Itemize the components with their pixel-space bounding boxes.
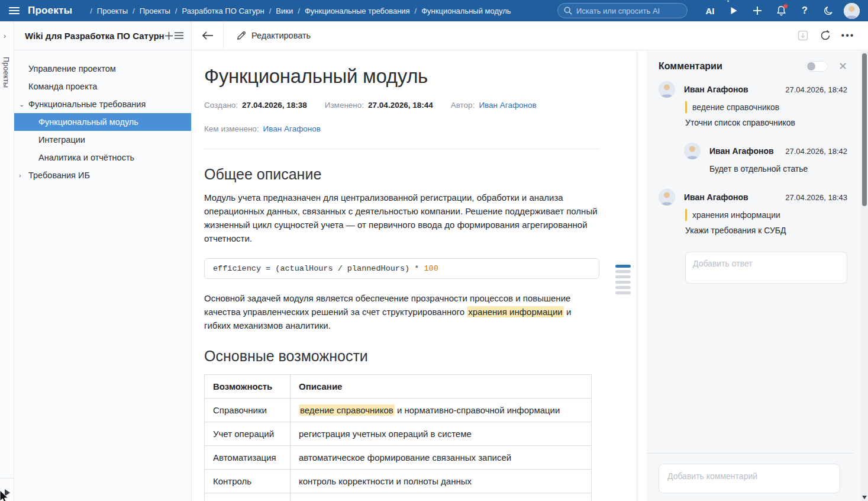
comment-avatar [684,143,701,159]
breadcrumb-item-current[interactable]: Функциональный модуль [410,7,511,15]
comment-date: 27.04.2026, 18:42 [785,147,847,156]
tree-item[interactable]: ⌄Функциональные требования [14,95,191,113]
ai-assistant-icon[interactable]: AI ✦✦ [698,0,722,21]
paragraph: Основной задачей модуля является обеспеч… [204,291,599,332]
table-cell: Контроль [205,470,291,493]
outline-bar[interactable] [615,270,631,273]
table-cell: Учет операций [205,422,291,446]
left-rail: › Проекты [0,21,14,501]
modified-by-link[interactable]: Иван Агафонов [263,124,321,133]
hamburger-menu-icon[interactable] [9,7,20,14]
comment-quote: хранения информации [685,209,847,221]
table-row: Аналитика построение аналитических отчет… [205,493,592,501]
search-icon [564,7,572,15]
bell-icon[interactable] [769,0,793,21]
refresh-icon[interactable] [818,28,832,43]
close-icon[interactable]: ✕ [838,61,847,72]
topbar-actions: AI ✦✦ ? [557,0,868,21]
wiki-title: Wiki для Разработка ПО Сатурн [25,31,164,41]
add-comment-input[interactable]: Добавить комментарий [659,464,840,493]
more-options-icon[interactable]: ••• [841,28,855,43]
tree-item-selected[interactable]: Функциональный модуль [14,113,191,131]
sidebar-menu-icon[interactable] [174,28,184,43]
table-row: Автоматизация автоматическое формировани… [205,446,592,470]
edit-label: Редактировать [251,31,311,40]
comment-author[interactable]: Иван Агафонов [709,146,785,156]
sidebar-header: Wiki для Разработка ПО Сатурн [14,21,191,50]
table-row: Учет операций регистрация учетных операц… [205,422,592,446]
reply-input[interactable]: Добавить ответ [685,252,847,284]
modified-value: 27.04.2026, 18:44 [368,101,433,110]
tree-item[interactable]: ›Требования ИБ [14,166,191,184]
table-header-row: Возможность Описание [205,375,592,399]
scrollbar[interactable] [861,51,868,501]
scrollbar-thumb[interactable] [862,53,867,206]
table-cell: построение аналитических отчетов [291,493,592,501]
modified-by-label: Кем изменено: [204,124,259,133]
toolbar-actions: ••• [796,28,868,43]
comments-title: Комментарии [659,61,805,72]
outline-bar[interactable] [615,291,631,294]
search-input[interactable] [576,7,681,15]
mouse-cursor [0,490,11,501]
breadcrumb-item[interactable]: Проекты [128,7,170,15]
chevron-down-icon: ⌄ [19,101,24,108]
tree-item[interactable]: Интеграции [14,131,191,149]
comments-toggle[interactable] [805,61,828,72]
pencil-icon [237,31,246,40]
app-title[interactable]: Проекты [28,5,72,17]
plus-icon[interactable] [746,0,769,21]
breadcrumb-item[interactable]: Проекты [85,7,128,15]
help-icon[interactable]: ? [793,0,817,21]
rail-vertical-label[interactable]: Проекты [2,57,10,88]
author-link[interactable]: Иван Агафонов [479,101,536,110]
outline-indicator [615,265,631,294]
download-icon[interactable] [796,28,810,43]
chevron-right-icon: › [19,172,21,179]
divider [204,149,599,149]
breadcrumb-item[interactable]: Разработка ПО Сатурн [170,7,264,15]
page-title: Функциональный модуль [204,65,599,88]
outline-bar[interactable] [615,286,631,289]
add-page-icon[interactable] [164,28,175,43]
scroll-down-arrow[interactable] [862,496,867,499]
outline-bar[interactable] [615,281,631,284]
author-label: Автор: [451,101,475,110]
toggle-knob [807,62,815,70]
global-search[interactable] [557,3,688,18]
tree-item[interactable]: Команда проекта [14,78,191,95]
created-label: Создано: [204,101,238,110]
user-avatar[interactable] [844,3,860,19]
comment-author[interactable]: Иван Агафонов [684,192,785,202]
expand-rail-icon[interactable]: › [4,32,6,40]
comment-author[interactable]: Иван Агафонов [684,85,785,94]
breadcrumb-item[interactable]: Функциональные требования [293,7,409,15]
tree-item[interactable]: Управление проектом [14,60,191,78]
table-cell: контроль корректности и полноты данных [291,470,592,493]
comment-text: Будет в отдельной статье [709,163,847,175]
table-cell: автоматическое формирование связанных за… [291,446,592,470]
moon-icon[interactable] [817,0,840,21]
breadcrumb-item[interactable]: Вики [264,7,293,15]
comments-header: Комментарии ✕ [659,61,847,72]
tree-item[interactable]: Аналитика и отчётность [14,149,191,166]
comments-panel: Комментарии ✕ Иван Агафонов 27.04.2026, … [647,51,868,501]
play-icon[interactable] [722,0,746,21]
notification-dot [783,4,788,8]
edit-button[interactable]: Редактировать [237,31,311,40]
comment-date: 27.04.2026, 18:43 [785,193,847,202]
outline-bar-active[interactable] [615,265,631,268]
outline-bar[interactable] [615,275,631,278]
modified-label: Изменено: [325,101,364,110]
app-window: Проекты Проекты Проекты Разработка ПО Са… [0,0,868,501]
highlighted-text: хранения информации [467,306,563,317]
back-button[interactable] [192,21,224,50]
column-header: Возможность [205,375,291,399]
comment: Иван Агафонов 27.04.2026, 18:42 ведение … [659,81,847,129]
comment-avatar [659,189,675,205]
features-table: Возможность Описание Справочники ведение… [204,374,592,501]
wiki-sidebar: Wiki для Разработка ПО Сатурн Управление… [14,21,192,501]
table-cell: Аналитика [205,493,291,501]
table-row: Контроль контроль корректности и полноты… [205,470,592,493]
comment-reply: Иван Агафонов 27.04.2026, 18:42 Будет в … [684,143,847,175]
